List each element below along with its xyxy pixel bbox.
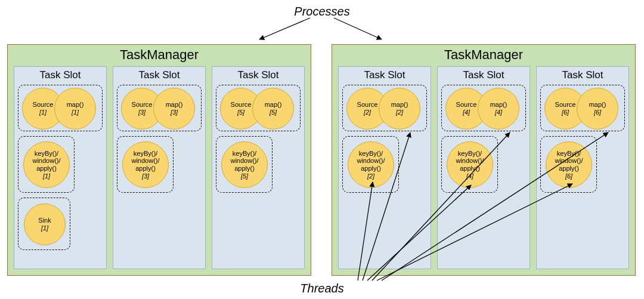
slot-title: Task Slot bbox=[18, 69, 103, 81]
op-index: [4] bbox=[495, 109, 502, 116]
slot-title: Task Slot bbox=[441, 69, 526, 81]
map-circle: map() [3] bbox=[153, 88, 195, 130]
keyby-circle: keyBy()/ window()/ apply() [1] bbox=[23, 141, 70, 188]
op-label: Source bbox=[357, 101, 378, 109]
op-label: Source bbox=[231, 101, 252, 109]
keyby-circle: keyBy()/ window()/ apply() [4] bbox=[447, 141, 493, 188]
task-manager-1-title: TaskManager bbox=[8, 45, 311, 66]
slot-title: Task Slot bbox=[216, 69, 301, 81]
tm1-slots: Task Slot Source [1] map() [1] keyBy()/ … bbox=[8, 66, 311, 275]
op-label: map() bbox=[490, 101, 507, 109]
op-index: [1] bbox=[41, 224, 48, 232]
map-circle: map() [5] bbox=[252, 88, 294, 130]
op-label: Source bbox=[132, 101, 153, 109]
thread-source-map-2: Source [2] map() [2] bbox=[342, 85, 427, 131]
thread-keyby-4: keyBy()/ window()/ apply() [4] bbox=[441, 136, 498, 193]
op-index: [3] bbox=[171, 109, 178, 116]
op-label: map() bbox=[67, 101, 84, 109]
op-label: Source bbox=[555, 101, 576, 109]
task-manager-2-title: TaskManager bbox=[332, 45, 635, 66]
keyby-circle: keyBy()/ window()/ apply() [3] bbox=[122, 141, 169, 188]
op-index: [5] bbox=[241, 172, 248, 180]
tm2-slot-2: Task Slot Source [4] map() [4] keyBy()/ … bbox=[437, 66, 530, 269]
map-circle: map() [6] bbox=[577, 88, 618, 130]
thread-source-map-3: Source [3] map() [3] bbox=[117, 85, 202, 131]
op-index: [6] bbox=[594, 109, 601, 116]
thread-source-map-4: Source [4] map() [4] bbox=[441, 85, 526, 131]
task-manager-1: TaskManager Task Slot Source [1] map() [… bbox=[7, 44, 311, 276]
op-label: map() bbox=[166, 101, 183, 109]
thread-source-map-6: Source [6] map() [6] bbox=[540, 85, 625, 131]
op-label: keyBy()/ window()/ apply() bbox=[555, 150, 583, 172]
op-label: Source bbox=[33, 101, 54, 109]
keyby-circle: keyBy()/ window()/ apply() [5] bbox=[221, 141, 268, 188]
task-manager-2: TaskManager Task Slot Source [2] map() [… bbox=[332, 44, 636, 276]
op-label: keyBy()/ window()/ apply() bbox=[357, 150, 385, 172]
svg-line-1 bbox=[334, 18, 382, 39]
svg-line-0 bbox=[259, 18, 310, 39]
op-label: keyBy()/ window()/ apply() bbox=[230, 150, 258, 172]
keyby-circle: keyBy()/ window()/ apply() [2] bbox=[348, 141, 394, 188]
op-index: [2] bbox=[364, 109, 371, 116]
op-index: [1] bbox=[39, 109, 47, 116]
thread-keyby-3: keyBy()/ window()/ apply() [3] bbox=[117, 136, 174, 193]
thread-keyby-2: keyBy()/ window()/ apply() [2] bbox=[342, 136, 399, 193]
tm1-slot-3: Task Slot Source [5] map() [5] keyBy()/ … bbox=[212, 66, 305, 269]
op-index: [1] bbox=[72, 109, 79, 116]
slot-title: Task Slot bbox=[117, 69, 202, 81]
op-index: [3] bbox=[142, 172, 149, 180]
op-label: map() bbox=[265, 101, 282, 109]
keyby-circle: keyBy()/ window()/ apply() [6] bbox=[546, 141, 592, 188]
op-index: [2] bbox=[367, 172, 374, 180]
slot-title: Task Slot bbox=[540, 69, 625, 81]
op-index: [2] bbox=[396, 109, 403, 116]
map-circle: map() [2] bbox=[379, 88, 420, 130]
thread-source-map-1: Source [1] map() [1] bbox=[18, 85, 103, 131]
map-circle: map() [1] bbox=[54, 88, 96, 130]
op-label: keyBy()/ window()/ apply() bbox=[32, 150, 60, 172]
op-index: [5] bbox=[237, 109, 244, 116]
slot-title: Task Slot bbox=[342, 69, 427, 81]
thread-keyby-1: keyBy()/ window()/ apply() [1] bbox=[18, 136, 75, 193]
sink-circle: Sink [1] bbox=[24, 204, 66, 245]
map-circle: map() [4] bbox=[478, 88, 519, 130]
tm2-slot-3: Task Slot Source [6] map() [6] keyBy()/ … bbox=[536, 66, 629, 269]
op-label: keyBy()/ window()/ apply() bbox=[131, 150, 159, 172]
thread-sink-1: Sink [1] bbox=[18, 198, 70, 250]
op-label: keyBy()/ window()/ apply() bbox=[456, 150, 484, 172]
op-index: [4] bbox=[463, 109, 470, 116]
op-index: [4] bbox=[466, 172, 473, 180]
tm1-slot-1: Task Slot Source [1] map() [1] keyBy()/ … bbox=[14, 66, 107, 269]
threads-label: Threads bbox=[0, 282, 644, 295]
op-index: [3] bbox=[138, 109, 145, 116]
op-label: map() bbox=[391, 101, 408, 109]
tm2-slots: Task Slot Source [2] map() [2] keyBy()/ … bbox=[332, 66, 635, 275]
op-index: [6] bbox=[562, 109, 569, 116]
op-label: map() bbox=[589, 101, 606, 109]
op-index: [1] bbox=[43, 172, 50, 180]
tm1-slot-2: Task Slot Source [3] map() [3] keyBy()/ … bbox=[113, 66, 206, 269]
thread-keyby-6: keyBy()/ window()/ apply() [6] bbox=[540, 136, 597, 193]
op-label: Source bbox=[456, 101, 477, 109]
diagram-canvas: Processes TaskManager Task Slot Source [… bbox=[0, 0, 644, 299]
op-index: [6] bbox=[565, 172, 572, 180]
processes-label: Processes bbox=[0, 5, 644, 19]
op-label: Sink bbox=[38, 217, 51, 224]
thread-source-map-5: Source [5] map() [5] bbox=[216, 85, 301, 131]
tm2-slot-1: Task Slot Source [2] map() [2] keyBy()/ … bbox=[338, 66, 431, 269]
thread-keyby-5: keyBy()/ window()/ apply() [5] bbox=[216, 136, 273, 193]
op-index: [5] bbox=[270, 109, 277, 116]
